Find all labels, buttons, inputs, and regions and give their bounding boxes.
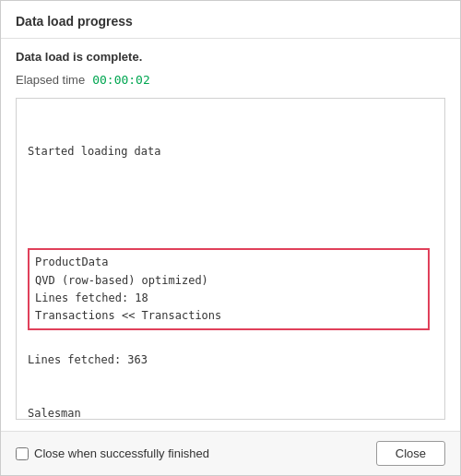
highlighted-block: ProductData QVD (row-based) optimized) L… [28, 248, 430, 330]
highlighted-line-1: ProductData QVD (row-based) optimized) L… [35, 256, 208, 303]
log-spacer-1 [28, 200, 433, 209]
log-line-2: Salesman [28, 405, 433, 420]
close-checkbox-label[interactable]: Close when successfully finished [16, 446, 209, 460]
status-complete: Data load is complete. [16, 50, 445, 64]
close-checkbox-text: Close when successfully finished [34, 446, 209, 460]
log-container[interactable]: Started loading data ProductData QVD (ro… [16, 98, 445, 420]
log-line-1: Lines fetched: 363 [28, 351, 433, 369]
dialog-footer: Close when successfully finished Close [1, 431, 460, 475]
log-started: Started loading data [28, 143, 433, 161]
dialog-body: Data load is complete. Elapsed time 00:0… [1, 39, 460, 431]
elapsed-value: 00:00:02 [92, 73, 150, 87]
elapsed-label: Elapsed time [16, 73, 85, 87]
elapsed-row: Elapsed time 00:00:02 [16, 73, 445, 87]
log-content: Started loading data ProductData QVD (ro… [28, 108, 433, 420]
dialog-title: Data load progress [16, 14, 133, 29]
close-button[interactable]: Close [376, 441, 445, 466]
highlighted-partial: Transactions << Transactions [35, 309, 221, 322]
close-checkbox[interactable] [16, 447, 29, 460]
data-load-dialog: Data load progress Data load is complete… [0, 0, 461, 476]
dialog-header: Data load progress [1, 1, 460, 39]
